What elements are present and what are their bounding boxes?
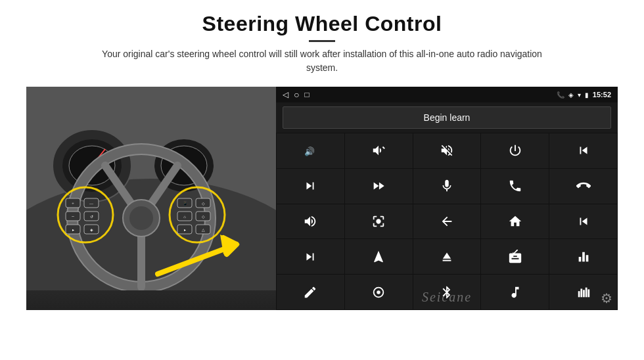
next-track-button[interactable] xyxy=(277,169,344,204)
svg-text:+: + xyxy=(72,201,74,206)
android-panel: ◁ ○ □ 📞 ◈ ▾ ▮ 15:52 Begin learn xyxy=(276,87,618,310)
svg-text:🔊: 🔊 xyxy=(304,146,315,157)
status-left: ◁ ○ □ xyxy=(283,89,310,100)
svg-text:▸: ▸ xyxy=(72,228,74,232)
horn-button[interactable] xyxy=(277,204,344,239)
music-note-button[interactable] xyxy=(481,275,549,309)
fast-forward-button[interactable] xyxy=(345,169,413,204)
subtitle: Your original car's steering wheel contr… xyxy=(85,47,559,75)
microphone-button[interactable] xyxy=(413,169,481,204)
volume-down-button[interactable] xyxy=(345,133,413,168)
recent-nav-icon[interactable]: □ xyxy=(304,90,309,99)
title-section: Steering Wheel Control Your original car… xyxy=(85,12,559,83)
svg-line-43 xyxy=(383,147,385,149)
svg-text:⋯: ⋯ xyxy=(89,202,93,206)
bluetooth-button[interactable] xyxy=(413,275,481,309)
eject-button[interactable] xyxy=(413,239,481,274)
status-right: 📞 ◈ ▾ ▮ 15:52 xyxy=(557,91,611,99)
page-wrapper: Steering Wheel Control Your original car… xyxy=(0,0,644,360)
back-nav-button[interactable] xyxy=(413,204,481,239)
settings-icon[interactable]: ⚙ xyxy=(601,290,612,306)
svg-rect-49 xyxy=(585,287,587,297)
battery-status-icon: ▮ xyxy=(585,91,589,99)
svg-text:−: − xyxy=(72,214,75,219)
svg-text:⌂: ⌂ xyxy=(183,215,186,219)
svg-text:📱: 📱 xyxy=(183,201,188,206)
rewind-button[interactable] xyxy=(549,204,617,239)
phone-call-button[interactable] xyxy=(481,169,549,204)
power-button[interactable] xyxy=(481,133,549,168)
pen-button[interactable] xyxy=(277,275,344,309)
car-image-bg: + ⋯ − ↺ ▸ ◈ 📱 ◇ ⌂ xyxy=(26,87,276,310)
svg-rect-46 xyxy=(578,291,580,297)
title-divider xyxy=(309,40,335,42)
status-time: 15:52 xyxy=(593,91,611,99)
svg-text:◈: ◈ xyxy=(90,228,93,232)
svg-rect-50 xyxy=(587,289,589,297)
android-status-bar: ◁ ○ □ 📞 ◈ ▾ ▮ 15:52 xyxy=(276,87,618,102)
phone-status-icon: 📞 xyxy=(557,91,564,99)
svg-rect-47 xyxy=(580,288,582,297)
wifi-status-icon: ▾ xyxy=(578,91,581,99)
svg-point-45 xyxy=(377,290,380,294)
camera-360-button[interactable] xyxy=(345,204,413,239)
svg-text:◇: ◇ xyxy=(202,202,205,206)
svg-text:◇: ◇ xyxy=(202,215,205,219)
home-nav-button[interactable] xyxy=(481,204,549,239)
content-area: + ⋯ − ↺ ▸ ◈ 📱 ◇ ⌂ xyxy=(26,87,618,310)
circle-dot-button[interactable] xyxy=(345,275,413,309)
navigate-button[interactable] xyxy=(345,239,413,274)
volume-up-button[interactable]: 🔊 xyxy=(277,133,344,168)
car-image-panel: + ⋯ − ↺ ▸ ◈ 📱 ◇ ⌂ xyxy=(26,87,276,310)
svg-point-1 xyxy=(26,179,276,290)
begin-learn-button[interactable]: Begin learn xyxy=(283,106,611,129)
svg-point-14 xyxy=(129,206,153,230)
mute-button[interactable] xyxy=(413,133,481,168)
begin-learn-bar: Begin learn xyxy=(276,102,618,133)
back-nav-icon[interactable]: ◁ xyxy=(283,90,288,99)
svg-text:▸: ▸ xyxy=(184,228,186,232)
svg-text:↺: ↺ xyxy=(90,215,93,219)
hang-up-button[interactable] xyxy=(549,169,617,204)
prev-track-button[interactable] xyxy=(549,133,617,168)
svg-text:△: △ xyxy=(202,228,205,232)
skip-next-button[interactable] xyxy=(277,239,344,274)
equalizer-button[interactable] xyxy=(549,239,617,274)
radio-button[interactable] xyxy=(481,239,549,274)
home-nav-icon[interactable]: ○ xyxy=(294,89,299,100)
location-status-icon: ◈ xyxy=(568,91,574,99)
svg-rect-48 xyxy=(583,290,585,297)
page-title: Steering Wheel Control xyxy=(85,12,559,36)
controls-grid: 🔊 xyxy=(276,133,618,310)
